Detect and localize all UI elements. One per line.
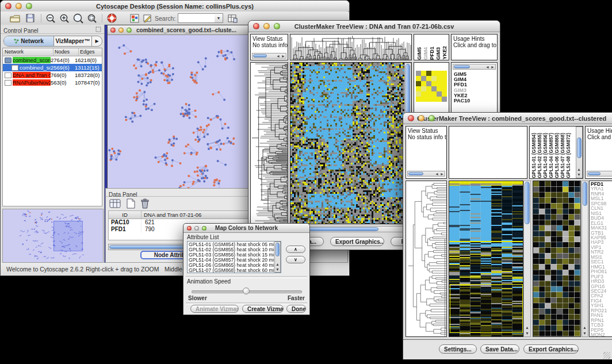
done-button[interactable]: Done bbox=[286, 305, 306, 313]
network-table-row[interactable]: combined_scores2764(0)16218(0) bbox=[3, 56, 102, 64]
scrollbar-thumb[interactable] bbox=[577, 137, 582, 158]
tv2-heatmap-vscrollbar[interactable]: ▲ ▼ bbox=[523, 181, 531, 337]
attribute-list-item[interactable]: GPL51-04 (GSM857) heat shock 20 min bbox=[189, 258, 281, 263]
scroll-up-arrow[interactable]: ▲ bbox=[525, 325, 530, 330]
scroll-right-arrow[interactable]: ► bbox=[490, 65, 495, 70]
tab-network[interactable]: Network bbox=[4, 36, 54, 46]
animation-speed-slider[interactable] bbox=[192, 288, 301, 294]
scrollbar-thumb[interactable] bbox=[525, 182, 530, 224]
zoom-button[interactable] bbox=[127, 28, 132, 33]
scroll-down-arrow[interactable]: ▼ bbox=[525, 331, 530, 336]
network-view-frame[interactable]: combined_scores_good.txt--cluste... bbox=[107, 25, 250, 213]
attribute-listbox[interactable]: GPL51-01 (GSM854) heat shock 05 minGPL51… bbox=[187, 241, 281, 273]
scroll-left-arrow[interactable]: ◄ bbox=[485, 65, 490, 70]
scrollbar-thumb[interactable] bbox=[276, 243, 280, 256]
view-status-hscrollbar[interactable]: ◄ ► bbox=[252, 53, 286, 59]
network-table-row[interactable]: combined_sco2569(6)13112(15) bbox=[3, 64, 102, 71]
save-session-button[interactable] bbox=[24, 13, 36, 24]
column-header-attr[interactable]: DNA and Tran 07-21-06 bbox=[141, 211, 254, 219]
treeview1-title-bar[interactable]: ClusterMaker TreeView : DNA and Tran 07-… bbox=[248, 21, 500, 32]
scroll-down-arrow[interactable]: ▼ bbox=[275, 267, 280, 272]
scrollbar-thumb[interactable] bbox=[583, 182, 587, 206]
main-title-bar[interactable]: Cytoscape Desktop (Session Name: collins… bbox=[1, 1, 349, 12]
zoom-selected-button[interactable] bbox=[86, 13, 98, 24]
tv1-export-graphics-button[interactable]: Export Graphics... bbox=[330, 237, 384, 246]
animate-vizmap-button[interactable]: Animate Vizmap bbox=[190, 305, 239, 313]
move-down-button[interactable]: ∨ bbox=[286, 256, 305, 263]
table-view-icon[interactable] bbox=[109, 198, 121, 209]
help-button[interactable] bbox=[105, 13, 118, 24]
scroll-down-arrow[interactable]: ▼ bbox=[582, 331, 587, 336]
zoom-fit-button[interactable] bbox=[72, 13, 85, 24]
close-button[interactable] bbox=[408, 115, 414, 121]
zoom-heatmap-canvas[interactable] bbox=[533, 181, 580, 336]
tv2-genelist-vscrollbar[interactable]: ▲ ▼ bbox=[582, 181, 588, 337]
attribute-list-item[interactable]: GPL51-01 (GSM854) heat shock 05 min bbox=[189, 242, 281, 247]
scrollbar-thumb[interactable] bbox=[454, 65, 470, 68]
float-panel-icon[interactable] bbox=[95, 26, 101, 32]
network-overview-canvas[interactable] bbox=[3, 209, 102, 261]
tab-more-button[interactable]: ▶ bbox=[92, 36, 102, 46]
attribute-list-item[interactable]: GPL51-06 (GSM865) heat shock 40 min bbox=[189, 263, 281, 268]
column-header-network[interactable]: Network bbox=[3, 48, 53, 56]
tab-vizmapper[interactable]: VizMapper™ bbox=[54, 36, 92, 46]
scroll-right-arrow[interactable]: ► bbox=[439, 172, 445, 177]
scroll-left-arrow[interactable]: ◄ bbox=[276, 54, 281, 59]
tv1-labels-hscrollbar[interactable]: ◄ ► bbox=[453, 64, 496, 70]
zoom-in-button[interactable] bbox=[58, 13, 71, 24]
tv2-labels-vscrollbar[interactable]: ▲ ▼ bbox=[576, 127, 583, 178]
slider-thumb[interactable] bbox=[243, 288, 250, 294]
attribute-list-item[interactable]: GPL51-02 (GSM855) heat shock 10 min bbox=[189, 247, 281, 252]
minimize-button[interactable] bbox=[194, 226, 199, 231]
scroll-left-arrow[interactable]: ◄ bbox=[434, 172, 439, 177]
minimize-button[interactable] bbox=[16, 3, 22, 9]
zoom-button[interactable] bbox=[274, 23, 280, 29]
network-table-row[interactable]: RNAPuberNov2+563(0)107847(0) bbox=[3, 79, 102, 86]
close-button[interactable] bbox=[253, 23, 259, 29]
new-page-icon[interactable] bbox=[125, 198, 136, 209]
treeview2-title-bar[interactable]: ClusterMaker TreeView : combined_scores_… bbox=[403, 113, 612, 124]
scrollbar-thumb[interactable] bbox=[408, 172, 423, 175]
network-table-row[interactable]: DNA and Tran 07769(0)183728(0) bbox=[3, 71, 102, 79]
zoom-matrix[interactable] bbox=[416, 71, 447, 102]
attribute-list-item[interactable]: GPL51-03 (GSM856) heat shock 15 min bbox=[189, 252, 281, 258]
close-button[interactable] bbox=[187, 226, 192, 231]
zoom-button[interactable] bbox=[26, 3, 32, 9]
scroll-up-arrow[interactable]: ▲ bbox=[275, 262, 280, 267]
array-dendrogram-canvas[interactable] bbox=[290, 35, 411, 60]
search-input[interactable] bbox=[178, 13, 216, 23]
create-vizmap-button[interactable]: Create Vizmap bbox=[242, 305, 284, 313]
dialog-title-bar[interactable]: Map Colors to Network bbox=[183, 224, 309, 233]
attribute-browser-button[interactable] bbox=[226, 13, 239, 24]
search-dropdown-button[interactable]: ▼ bbox=[215, 13, 223, 23]
heatmap-canvas[interactable] bbox=[290, 63, 404, 224]
zoom-button[interactable] bbox=[429, 115, 435, 121]
trash-icon[interactable] bbox=[140, 198, 150, 209]
attribute-list-item[interactable]: GPL51-07 (GSM868) heat shock 60 min bbox=[189, 268, 281, 273]
usage-hints-hscrollbar[interactable] bbox=[587, 171, 612, 177]
tv2-export-graphics-button[interactable]: Export Graphics... bbox=[523, 344, 579, 354]
zoom-out-button[interactable] bbox=[44, 13, 57, 24]
minimize-button[interactable] bbox=[118, 28, 124, 33]
scroll-right-arrow[interactable]: ► bbox=[281, 54, 286, 59]
vizmapper-button[interactable] bbox=[128, 13, 141, 24]
annotation-button[interactable] bbox=[141, 13, 154, 24]
minimize-button[interactable] bbox=[263, 23, 270, 29]
scrollbar-thumb[interactable] bbox=[588, 172, 600, 175]
scroll-up-arrow[interactable]: ▲ bbox=[576, 167, 582, 172]
column-header-nodes[interactable]: Nodes bbox=[53, 48, 79, 56]
network-frame-title-bar[interactable]: combined_scores_good.txt--cluste... bbox=[108, 25, 250, 35]
gene-dendrogram-canvas[interactable] bbox=[251, 63, 288, 224]
view-status-hscrollbar[interactable]: ◄ ► bbox=[407, 171, 445, 177]
scroll-up-arrow[interactable]: ▲ bbox=[582, 325, 587, 330]
resize-grip[interactable] bbox=[603, 352, 610, 359]
attribute-list-vscrollbar[interactable]: ▲ ▼ bbox=[274, 242, 281, 273]
tv2-save-data-button[interactable]: Save Data... bbox=[480, 344, 519, 354]
open-file-button[interactable] bbox=[9, 13, 21, 24]
scrollbar-thumb[interactable] bbox=[253, 54, 267, 58]
tv2-settings-button[interactable]: Settings... bbox=[439, 344, 477, 354]
close-button[interactable] bbox=[110, 28, 116, 33]
scroll-down-arrow[interactable]: ▼ bbox=[576, 173, 582, 177]
close-button[interactable] bbox=[5, 3, 12, 9]
column-header-id[interactable]: ID bbox=[109, 211, 141, 219]
